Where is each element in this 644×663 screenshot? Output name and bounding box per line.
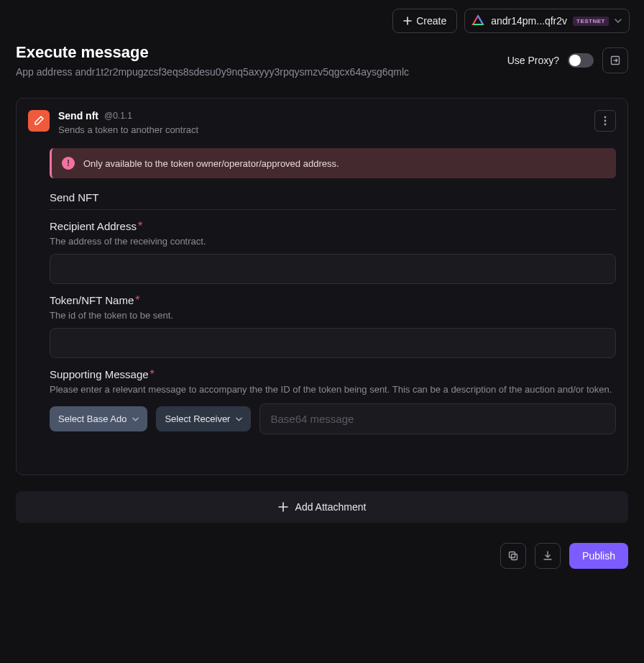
wallet-address: andr14pm...qfr2v (491, 15, 567, 27)
toggle-knob (569, 55, 581, 66)
required-mark: * (150, 368, 155, 380)
required-mark: * (138, 220, 142, 232)
warning-icon: ! (62, 157, 75, 170)
wallet-selector[interactable]: andr14pm...qfr2v TESTNET (464, 9, 630, 33)
svg-rect-4 (512, 554, 518, 560)
recipient-hint: The address of the receiving contract. (50, 236, 616, 247)
token-hint: The id of the token to be sent. (50, 310, 616, 321)
support-hint: Please enter a relevant message to accom… (50, 384, 616, 395)
select-base-ado-label: Select Base Ado (58, 413, 126, 424)
chevron-down-icon (615, 19, 622, 23)
warning-text: Only available to the token owner/operat… (83, 158, 339, 169)
download-icon (542, 550, 553, 562)
recipient-input[interactable] (50, 254, 616, 284)
plus-icon (278, 502, 288, 512)
support-field: Supporting Message* Please enter a relev… (50, 368, 616, 434)
warning-banner: ! Only available to the token owner/oper… (50, 148, 616, 178)
select-receiver-label: Select Receiver (165, 413, 230, 424)
token-label: Token/NFT Name (50, 294, 134, 306)
copy-button[interactable] (500, 543, 526, 569)
chevron-down-icon (236, 417, 242, 421)
page-title: Execute message (16, 43, 409, 62)
svg-point-2 (604, 120, 607, 122)
recipient-label: Recipient Address (50, 220, 137, 232)
svg-point-1 (604, 116, 607, 119)
create-label: Create (416, 15, 446, 27)
create-button[interactable]: Create (392, 9, 457, 33)
required-mark: * (135, 294, 139, 306)
card-version: @0.1.1 (104, 111, 132, 121)
card-description: Sends a token to another contract (58, 124, 198, 135)
proxy-toggle[interactable] (568, 53, 594, 68)
token-input[interactable] (50, 328, 616, 358)
page-subtitle: App address andr1t2r2mpugzcsf3eqs8sdesu0… (16, 66, 409, 78)
dots-vertical-icon (604, 116, 607, 126)
plus-icon (403, 17, 412, 25)
card-menu-button[interactable] (594, 110, 616, 132)
download-button[interactable] (535, 543, 561, 569)
send-nft-card: Send nft @0.1.1 Sends a token to another… (16, 98, 628, 475)
select-receiver-button[interactable]: Select Receiver (156, 406, 251, 431)
base64-message-input[interactable] (259, 403, 616, 434)
publish-button[interactable]: Publish (569, 543, 628, 569)
recipient-field: Recipient Address* The address of the re… (50, 220, 616, 284)
card-title: Send nft (58, 110, 98, 122)
svg-rect-5 (510, 552, 515, 558)
export-icon (610, 55, 621, 66)
chevron-down-icon (132, 417, 139, 421)
add-attachment-button[interactable]: Add Attachment (16, 491, 628, 523)
andromeda-logo-icon (471, 14, 485, 28)
edit-icon (28, 110, 50, 132)
section-title: Send NFT (50, 191, 616, 210)
proxy-label: Use Proxy? (507, 55, 559, 66)
token-field: Token/NFT Name* The id of the token to b… (50, 294, 616, 358)
select-base-ado-button[interactable]: Select Base Ado (50, 406, 147, 431)
network-badge: TESTNET (573, 17, 609, 26)
add-attachment-label: Add Attachment (295, 501, 367, 513)
copy-icon (507, 550, 519, 562)
svg-point-3 (604, 124, 607, 126)
export-button[interactable] (602, 47, 628, 73)
support-label: Supporting Message (50, 368, 149, 380)
